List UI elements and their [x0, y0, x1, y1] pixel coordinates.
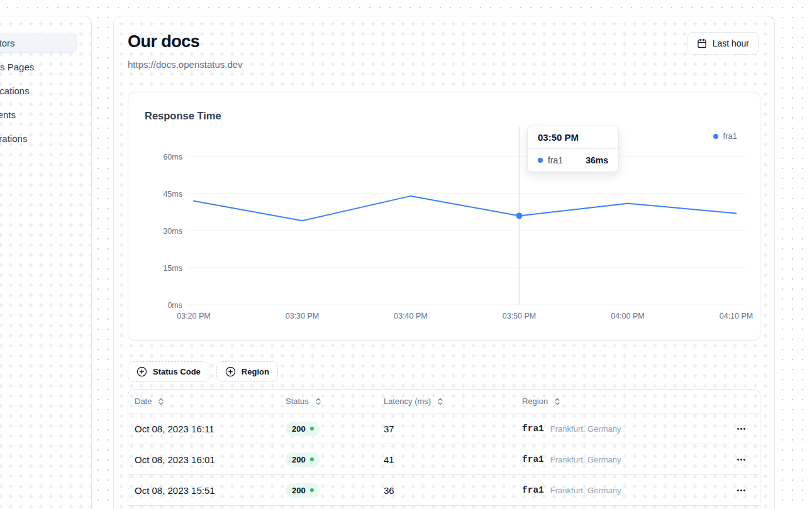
- sidebar-nav: Monitors Status Pages Notifications Inci…: [0, 33, 77, 152]
- table-filters: Status Code Region: [128, 361, 278, 382]
- sort-chevrons-icon: [553, 397, 562, 406]
- time-range-button[interactable]: Last hour: [687, 32, 759, 55]
- cell-region: fra1 Frankfurt, Germany: [522, 485, 725, 495]
- ellipsis-icon: [736, 424, 747, 434]
- column-label: Date: [135, 397, 152, 406]
- cell-date: Oct 08, 2023 16:01: [128, 454, 286, 465]
- table-row[interactable]: Oct 08, 2023 15:51 200 36 fra1 Frankfurt…: [128, 475, 760, 506]
- tooltip-time: 03:50 PM: [528, 126, 618, 149]
- status-ok-dot-icon: [310, 488, 314, 492]
- row-menu-button[interactable]: [733, 421, 748, 436]
- svg-text:45ms: 45ms: [163, 190, 182, 199]
- svg-text:03:30 PM: 03:30 PM: [286, 312, 320, 320]
- response-time-chart-card: Response Time 0ms15ms30ms45ms60ms03:20 P…: [128, 92, 760, 341]
- column-header-status[interactable]: Status: [286, 397, 384, 406]
- time-range-label: Last hour: [713, 38, 749, 48]
- cell-latency: 37: [384, 424, 522, 434]
- svg-text:03:40 PM: 03:40 PM: [394, 312, 428, 320]
- tooltip-series-name: fra1: [548, 155, 581, 165]
- legend-series-label: fra1: [723, 131, 737, 141]
- sidebar-item-label: Notifications: [0, 85, 30, 96]
- ellipsis-icon: [736, 454, 747, 465]
- cell-region: fra1 Frankfurt, Germany: [522, 454, 725, 464]
- column-label: Status: [286, 397, 309, 406]
- sort-chevrons-icon: [157, 397, 165, 406]
- sidebar-item-label: Status Pages: [0, 62, 34, 72]
- svg-text:60ms: 60ms: [163, 153, 182, 161]
- column-header-latency[interactable]: Latency (ms): [384, 397, 522, 406]
- sort-chevrons-icon: [436, 397, 445, 406]
- svg-text:03:50 PM: 03:50 PM: [503, 312, 537, 320]
- status-code: 200: [292, 424, 306, 434]
- row-menu-button[interactable]: [733, 452, 748, 467]
- status-ok-dot-icon: [310, 427, 314, 430]
- ellipsis-icon: [736, 485, 747, 496]
- status-badge: 200: [286, 483, 320, 498]
- cell-status: 200: [286, 452, 384, 467]
- plus-circle-icon: [225, 366, 236, 377]
- svg-text:04:10 PM: 04:10 PM: [720, 312, 754, 320]
- cell-status: 200: [286, 422, 384, 436]
- status-code: 200: [292, 486, 306, 495]
- table-header-row: Date Status Latency (ms) Region: [128, 390, 760, 413]
- filter-label: Region: [242, 367, 269, 376]
- sort-chevrons-icon: [314, 397, 323, 406]
- chart-legend: fra1: [713, 131, 737, 141]
- status-badge: 200: [286, 452, 320, 467]
- region-name: Frankfurt, Germany: [550, 424, 621, 434]
- filter-label: Status Code: [153, 367, 201, 376]
- response-time-line-chart[interactable]: 0ms15ms30ms45ms60ms03:20 PM03:30 PM03:40…: [128, 92, 761, 341]
- main-panel: Our docs https://docs.openstatus.dev Las…: [113, 16, 775, 509]
- region-name: Frankfurt, Germany: [550, 486, 621, 495]
- row-menu-button[interactable]: [733, 483, 748, 498]
- table-row[interactable]: Oct 08, 2023 16:01 200 41 fra1 Frankfurt…: [128, 444, 760, 475]
- cell-date: Oct 08, 2023 15:51: [128, 485, 286, 496]
- svg-text:30ms: 30ms: [163, 227, 182, 236]
- cell-latency: 36: [384, 485, 522, 496]
- chart-tooltip: 03:50 PM fra1 36ms: [527, 126, 619, 172]
- plus-circle-icon: [136, 366, 147, 377]
- status-badge: 200: [286, 422, 320, 436]
- filter-status-code-button[interactable]: Status Code: [128, 361, 209, 382]
- response-log-table: Date Status Latency (ms) Region Oct 08, …: [128, 389, 760, 509]
- legend-series-dot-icon: [713, 134, 718, 139]
- filter-region-button[interactable]: Region: [216, 361, 278, 382]
- column-label: Region: [522, 397, 548, 406]
- table-row-partial: [128, 506, 760, 509]
- sidebar-item-monitors[interactable]: Monitors: [0, 33, 77, 53]
- region-name: Frankfurt, Germany: [550, 455, 621, 464]
- sidebar-item-label: Integrations: [0, 133, 27, 144]
- sidebar-item-integrations[interactable]: Integrations: [0, 128, 77, 148]
- sidebar-item-label: Incidents: [0, 109, 16, 120]
- table-row[interactable]: Oct 08, 2023 16:11 200 37 fra1 Frankfurt…: [128, 413, 760, 444]
- monitor-url: https://docs.openstatus.dev: [128, 59, 243, 70]
- svg-text:03:20 PM: 03:20 PM: [177, 312, 211, 320]
- monitor-overview-page: { "page": { "title": "Our docs", "url": …: [0, 0, 812, 509]
- sidebar-item-status-pages[interactable]: Status Pages: [0, 57, 77, 77]
- cell-region: fra1 Frankfurt, Germany: [522, 424, 725, 434]
- tooltip-series-value: 36ms: [586, 155, 608, 165]
- calendar-icon: [697, 38, 707, 48]
- sidebar-item-incidents[interactable]: Incidents: [0, 104, 77, 124]
- svg-text:15ms: 15ms: [163, 264, 182, 273]
- region-code: fra1: [522, 424, 544, 434]
- cell-latency: 41: [384, 454, 522, 465]
- region-code: fra1: [522, 454, 544, 464]
- column-header-region[interactable]: Region: [522, 397, 725, 406]
- sidebar-item-notifications[interactable]: Notifications: [0, 80, 77, 101]
- status-ok-dot-icon: [310, 457, 314, 461]
- page-title: Our docs: [128, 32, 199, 52]
- tooltip-series-dot-icon: [538, 158, 543, 163]
- cell-status: 200: [286, 483, 384, 498]
- cell-date: Oct 08, 2023 16:11: [128, 424, 286, 434]
- svg-text:0ms: 0ms: [167, 301, 182, 310]
- column-header-date[interactable]: Date: [128, 397, 286, 406]
- column-label: Latency (ms): [384, 397, 431, 406]
- status-code: 200: [292, 455, 306, 464]
- sidebar: Monitors Status Pages Notifications Inci…: [0, 16, 92, 509]
- tooltip-series-row: fra1 36ms: [528, 149, 618, 172]
- region-code: fra1: [522, 485, 544, 495]
- svg-text:04:00 PM: 04:00 PM: [611, 312, 645, 320]
- sidebar-item-label: Monitors: [0, 38, 15, 48]
